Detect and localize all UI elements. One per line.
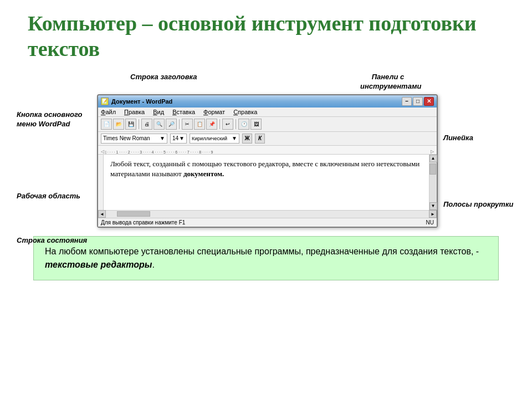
content-area: Любой текст, созданный с помощью текстов… — [98, 155, 437, 210]
hscroll-thumb[interactable] — [117, 211, 150, 217]
scroll-left-arrow[interactable]: ◄ — [98, 210, 106, 218]
language-selector[interactable]: Кириллический ▼ — [190, 134, 239, 144]
menu-help[interactable]: Справка — [233, 109, 257, 115]
menu-file[interactable]: Файл — [101, 109, 116, 115]
label-scrollbars: Полосы прокрутки — [443, 200, 513, 209]
btn-open[interactable]: 📂 — [113, 119, 124, 130]
status-text: Для вывода справки нажмите F1 — [101, 219, 185, 226]
window-title: Документ - WordPad — [111, 98, 172, 105]
scroll-right-arrow[interactable]: ► — [429, 210, 437, 218]
maximize-button[interactable]: □ — [413, 97, 423, 106]
horizontal-scrollbar[interactable]: ◄ ► — [98, 210, 437, 218]
label-panels: Панели с инструментами — [360, 73, 416, 91]
label-titlebar: Строка заголовка — [130, 73, 197, 91]
titlebar: 📝 Документ - WordPad – □ ✕ — [98, 95, 437, 108]
label-workspace: Рабочая область — [17, 192, 80, 201]
bold-button[interactable]: Ж — [242, 134, 252, 144]
font-selector[interactable]: Times New Roman ▼ — [101, 134, 167, 144]
info-box: На любом компьютере установлены специаль… — [33, 236, 499, 280]
scroll-up-arrow[interactable]: ▲ — [429, 155, 437, 162]
statusbar: Для вывода справки нажмите F1 NU — [98, 218, 437, 227]
ruler: ◁ | · · · · 1 · · · · 2 · · · · 3 · · · … — [98, 146, 437, 155]
scroll-down-arrow[interactable]: ▼ — [429, 202, 437, 210]
info-text-end: . — [152, 260, 154, 269]
btn-new[interactable]: 📄 — [101, 119, 112, 130]
sep2 — [179, 119, 180, 129]
document-text[interactable]: Любой текст, созданный с помощью текстов… — [104, 155, 429, 210]
btn-find[interactable]: 🔎 — [166, 119, 177, 130]
sep3 — [219, 119, 220, 129]
btn-copy[interactable]: 📋 — [194, 119, 205, 130]
sep1 — [139, 119, 139, 129]
menu-edit[interactable]: Правка — [124, 109, 145, 115]
scroll-thumb[interactable] — [429, 163, 436, 175]
menubar: Файл Правка Вид Вставка Формат Справка — [98, 108, 437, 117]
italic-button[interactable]: К — [255, 134, 265, 144]
page-title: Компьютер – основной инструмент подготов… — [28, 11, 515, 62]
btn-datetime[interactable]: 🕐 — [238, 119, 249, 130]
menu-insert[interactable]: Вставка — [172, 109, 195, 115]
btn-cut[interactable]: ✂ — [182, 119, 193, 130]
toolbar: 📄 📂 💾 🖨 🔍 🔎 ✂ 📋 📌 ↩ 🕐 🖼 — [98, 117, 437, 132]
minimize-button[interactable]: – — [402, 97, 412, 106]
menu-format[interactable]: Формат — [203, 109, 225, 115]
sep4 — [236, 119, 236, 129]
btn-save[interactable]: 💾 — [125, 119, 136, 130]
btn-object[interactable]: 🖼 — [250, 119, 262, 130]
info-text-bold: текстовые редакторы — [45, 260, 152, 269]
window-buttons[interactable]: – □ ✕ — [402, 97, 434, 106]
hscroll-track[interactable] — [106, 211, 429, 217]
btn-paste[interactable]: 📌 — [206, 119, 217, 130]
label-menu-button: Кнопка основного меню WordPad — [17, 110, 97, 129]
wordpad-window: 📝 Документ - WordPad – □ ✕ Файл Правка В… — [97, 94, 438, 228]
btn-undo[interactable]: ↩ — [222, 119, 233, 130]
menu-view[interactable]: Вид — [153, 109, 164, 115]
label-ruler: Линейка — [443, 134, 473, 143]
btn-print[interactable]: 🖨 — [141, 119, 152, 130]
close-button[interactable]: ✕ — [424, 97, 434, 106]
status-mode: NU — [426, 219, 434, 226]
font-size-selector[interactable]: 14 ▼ — [170, 134, 187, 144]
app-icon: 📝 — [101, 98, 109, 105]
vertical-scrollbar[interactable]: ▲ ▼ — [429, 155, 437, 210]
btn-preview[interactable]: 🔍 — [154, 119, 165, 130]
label-statusbar: Строка состояния — [17, 236, 87, 245]
info-text-normal: На любом компьютере установлены специаль… — [45, 247, 479, 256]
formatbar: Times New Roman ▼ 14 ▼ Кириллический ▼ Ж… — [98, 132, 437, 146]
left-margin — [98, 155, 104, 210]
